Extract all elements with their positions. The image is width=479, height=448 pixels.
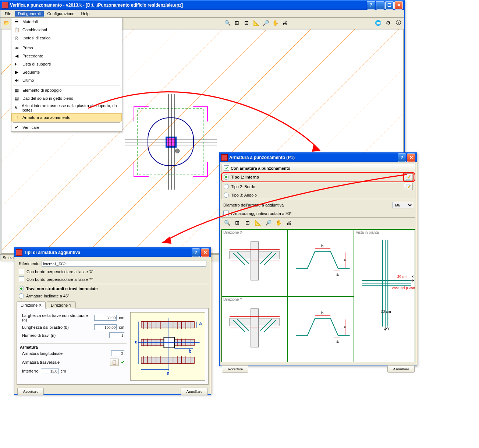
minimize-button[interactable]: _ (376, 1, 384, 10)
riferimento-label: Riferimento (19, 261, 39, 266)
rotate90-label: Armatura aggiuntiva ruotata a 90° (231, 211, 292, 216)
bordo-y-checkbox[interactable] (19, 276, 24, 282)
preview-pianta: Vista in pianta 20 cm 20 cm Asse del pil… (354, 229, 415, 362)
open-icon[interactable]: 📂 (2, 18, 11, 27)
actions-icon: ↯ (13, 105, 19, 111)
arm-tras-edit-button[interactable]: 📋 (110, 359, 119, 366)
travi-radio[interactable] (19, 286, 24, 291)
diam-select[interactable]: Ø6 (393, 202, 413, 208)
menubar: File Dati generali Configurazione Help (0, 10, 404, 18)
tipo1-radio[interactable] (224, 174, 229, 180)
support-icon: ▦ (13, 87, 20, 93)
zoom-window-icon[interactable]: ⊞ (233, 18, 241, 27)
rotate90-checkbox[interactable] (223, 211, 229, 216)
slab-icon: ▤ (13, 95, 20, 101)
lunghezza-label: Lunghezza dal pilastro (b) (22, 325, 92, 329)
maximize-button[interactable]: ☐ (385, 1, 394, 10)
ruler-icon[interactable]: 📐 (252, 18, 260, 27)
svg-text:Asse del pilastro: Asse del pilastro (392, 286, 415, 290)
main-title: Verifica a punzonamento - v2013.k - [D:\… (10, 3, 367, 8)
help-button[interactable]: ? (398, 154, 406, 162)
tab-direzione-x[interactable]: Direzione X (17, 301, 46, 308)
menu-ipotesi[interactable]: ⚖Ipotesi di carico (11, 34, 122, 42)
menu-azioni-interne[interactable]: ↯Azioni interne trasmesse dalla piastra … (11, 102, 122, 113)
svg-text:a: a (336, 272, 339, 276)
larghezza-input[interactable] (94, 315, 117, 321)
edit-tipo1-button[interactable]: 📝 (404, 173, 413, 181)
last-icon: ⏭ (13, 77, 20, 83)
arm-long-label: Armatura longitudinale (22, 351, 109, 356)
arm45-radio[interactable] (19, 293, 24, 299)
menu-file[interactable]: File (2, 11, 14, 17)
menu-dati-generali[interactable]: Dati generali (15, 11, 44, 17)
tipo3-radio[interactable] (224, 193, 229, 198)
pan-icon[interactable]: ✋ (271, 18, 280, 27)
menu-seguente[interactable]: ▶Seguente (11, 68, 122, 76)
accept-button[interactable]: Accettare (222, 365, 248, 373)
help-button[interactable]: ? (192, 248, 200, 257)
check-icon: ✔ (13, 124, 20, 130)
menu-primo[interactable]: ⏮Primo (11, 44, 122, 52)
menu-elemento-appoggio[interactable]: ▦Elemento di appoggio (11, 86, 122, 94)
zoom-icon[interactable]: 🔍 (223, 218, 231, 227)
print-icon[interactable]: 🖨 (280, 18, 289, 27)
cancel-button[interactable]: Annullare (181, 388, 208, 395)
tab-direzione-y[interactable]: Direzione Y (47, 301, 76, 308)
menu-armatura-punzonamento[interactable]: ⌗Armatura a punzonamento (11, 113, 122, 121)
armatura-header: Armatura (20, 345, 38, 349)
riferimento-input[interactable] (42, 261, 206, 267)
armatura-title: Armatura a punzonamento (P1) (229, 155, 398, 160)
bordo-x-checkbox[interactable] (19, 269, 24, 274)
zoom-extents-icon[interactable]: ⊡ (242, 18, 251, 27)
tipo2-radio[interactable] (224, 184, 229, 189)
close-button[interactable]: ✕ (201, 248, 209, 257)
info-icon[interactable]: ⓘ (394, 18, 403, 27)
con-armatura-group: ✔Con armatura a punzonamento Tipo 1: Int… (221, 164, 415, 199)
menu-materiali[interactable]: ☰Materiali (11, 18, 122, 26)
zoom-extents-icon[interactable]: ⊡ (243, 218, 252, 227)
pan-icon[interactable]: ✋ (274, 218, 283, 227)
accept-button[interactable]: Accettare (17, 388, 44, 395)
tipi-titlebar: Tipi di armatura aggiuntiva ? ✕ (14, 248, 211, 257)
menu-precedente[interactable]: ◀Precedente (11, 52, 122, 60)
menu-dati-solaio[interactable]: ▤Dati del solaio in getto pieno (11, 94, 122, 102)
ruler-icon[interactable]: 📐 (253, 218, 262, 227)
zoom-out-icon[interactable]: 🔎 (261, 18, 270, 27)
dati-generali-menu: ☰Materiali 📋Combinazioni ⚖Ipotesi di car… (11, 17, 122, 132)
close-button[interactable]: ✕ (394, 1, 403, 10)
zoom-window-icon[interactable]: ⊞ (233, 218, 242, 227)
bordo-y-label: Con bordo perpendicolare all'asse 'Y' (26, 277, 93, 282)
print-icon[interactable]: 🖨 (284, 218, 293, 227)
menu-configurazione[interactable]: Configurazione (45, 11, 78, 17)
con-armatura-checkbox[interactable]: ✔ (224, 165, 229, 171)
menu-ultimo[interactable]: ⏭Ultimo (11, 76, 122, 84)
svg-text:y: y (387, 326, 390, 330)
lunghezza-input[interactable] (94, 324, 117, 330)
app-icon (16, 249, 22, 256)
menu-help[interactable]: Help (78, 11, 93, 17)
zoom-icon[interactable]: 🔍 (223, 18, 232, 27)
close-button[interactable]: ✕ (407, 154, 415, 162)
zoom-out-icon[interactable]: 🔎 (264, 218, 273, 227)
loads-icon: ⚖ (13, 35, 20, 41)
svg-text:x: x (412, 274, 414, 278)
help-button[interactable]: ? (367, 1, 375, 10)
globe-icon[interactable]: 🌐 (373, 18, 382, 27)
menu-verificare[interactable]: ✔Verificare (11, 123, 122, 131)
menu-lista-supporti[interactable]: ⏯Lista di supporti (11, 60, 122, 68)
settings-icon[interactable]: ⚙ (384, 18, 393, 27)
interferro-input[interactable] (41, 368, 58, 374)
numero-input[interactable] (109, 332, 124, 338)
tipo1-label: Tipo 1: Interno (231, 175, 259, 179)
check-icon: ✔ (121, 360, 124, 365)
preview-direzione-x: Direzione X (221, 229, 288, 296)
numero-label: Numero di travi (n) (22, 333, 107, 338)
cancel-button[interactable]: Annullare (387, 365, 415, 373)
preview-direzione-y: Direzione Y (221, 296, 288, 362)
tipo2-label: Tipo 2: Bordo (231, 184, 255, 189)
preview-profile-x: b c a (288, 229, 354, 296)
arm-long-input[interactable] (111, 350, 124, 356)
svg-text:b: b (189, 349, 192, 354)
edit-tipo2-button[interactable]: 📝 (404, 183, 413, 190)
menu-combinazioni[interactable]: 📋Combinazioni (11, 26, 122, 34)
